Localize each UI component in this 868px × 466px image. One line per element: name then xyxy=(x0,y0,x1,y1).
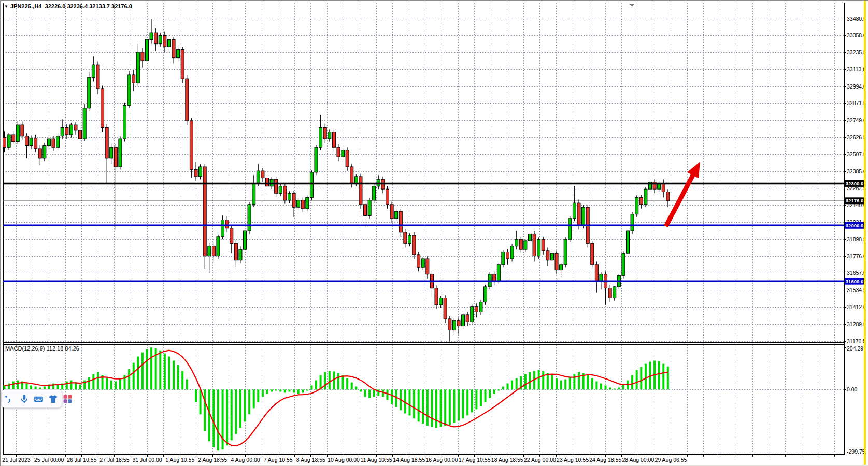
macd-bar xyxy=(195,390,197,402)
candle-body xyxy=(61,127,64,136)
macd-bar xyxy=(538,370,540,390)
macd-bar xyxy=(426,390,429,426)
macd-bar xyxy=(355,387,357,390)
macd-bar xyxy=(275,390,277,391)
candle-body xyxy=(417,255,420,267)
macd-bar xyxy=(609,388,611,390)
macd-bar xyxy=(137,357,139,390)
candle-body xyxy=(390,205,393,219)
candle-body xyxy=(328,132,331,139)
candle-body xyxy=(364,205,367,216)
macd-bar xyxy=(516,378,518,390)
macd-bar xyxy=(547,373,549,390)
chart-shift-marker[interactable] xyxy=(629,4,634,7)
candle-body xyxy=(56,136,60,148)
macd-bar xyxy=(449,390,451,425)
macd-bar xyxy=(239,390,241,428)
macd-bar xyxy=(560,381,562,390)
candle-body xyxy=(96,65,99,89)
candle-body xyxy=(248,205,251,231)
macd-bar xyxy=(141,353,144,390)
symbol-dropdown-icon[interactable]: ▼ xyxy=(4,4,8,9)
macd-bar xyxy=(502,387,504,390)
candle-body xyxy=(154,33,158,44)
macd-bar xyxy=(524,374,527,390)
time-tick-label: 7 Aug 10:55 xyxy=(264,457,293,463)
apps-grid-icon[interactable] xyxy=(63,394,73,404)
candle-body xyxy=(123,105,126,139)
candle-body xyxy=(639,197,643,204)
candle-body xyxy=(631,214,634,231)
macd-bar xyxy=(25,384,27,390)
candle-body xyxy=(622,253,625,275)
macd-bar xyxy=(391,390,393,404)
candle-body xyxy=(555,253,558,270)
macd-bar xyxy=(248,390,250,415)
candle-body xyxy=(613,287,616,298)
candle-body xyxy=(315,147,318,172)
macd-bar xyxy=(529,372,531,390)
candle-body xyxy=(252,183,255,204)
candle-body xyxy=(493,274,496,281)
candle-body xyxy=(234,243,237,260)
candle-body xyxy=(65,127,68,134)
candle-body xyxy=(47,139,50,145)
candle-body xyxy=(408,235,411,243)
candle-body xyxy=(7,135,10,147)
price-badge-text: 32000.0 xyxy=(846,223,863,228)
candle-body xyxy=(208,246,211,256)
macd-bar xyxy=(511,381,513,390)
time-tick-label: 21 Jul 2023 xyxy=(2,457,30,463)
macd-bar xyxy=(595,382,597,390)
candle-body xyxy=(546,251,549,260)
candle-body xyxy=(52,139,55,147)
candle-body xyxy=(145,40,148,61)
macd-bar xyxy=(440,390,442,427)
candle-body xyxy=(21,125,24,136)
macd-bar xyxy=(231,390,233,441)
macd-bar xyxy=(667,367,669,390)
macd-bar xyxy=(564,380,566,390)
pen-icon[interactable] xyxy=(5,394,15,404)
candle-body xyxy=(38,149,41,158)
time-tick-label: 24 Aug 18:55 xyxy=(589,457,621,463)
macd-bar xyxy=(618,388,620,390)
candle-body xyxy=(399,211,402,232)
macd-bar xyxy=(471,390,473,413)
candle-body xyxy=(573,203,576,219)
candle-body xyxy=(292,193,295,207)
macd-bar xyxy=(173,361,175,390)
arrow-shaft xyxy=(666,173,694,226)
tshirt-icon[interactable] xyxy=(48,394,58,404)
microphone-icon[interactable] xyxy=(19,394,29,404)
candle-body xyxy=(163,35,166,47)
candle-body xyxy=(515,239,518,246)
macd-bar xyxy=(257,390,259,402)
time-tick-label: 10 Aug 00:00 xyxy=(328,457,360,463)
macd-bar xyxy=(645,364,647,390)
macd-signal-line xyxy=(5,351,668,446)
macd-bar xyxy=(368,390,371,398)
candle-body xyxy=(591,243,594,264)
macd-bar xyxy=(542,371,544,390)
macd-bar xyxy=(605,386,607,390)
macd-bar xyxy=(253,390,255,409)
keyboard-icon[interactable] xyxy=(34,394,44,404)
macd-bar xyxy=(279,390,281,392)
macd-bar xyxy=(489,390,491,398)
macd-bar xyxy=(373,390,375,397)
candle-body xyxy=(297,200,300,207)
candle-body xyxy=(528,234,531,240)
candle-body xyxy=(212,246,215,256)
macd-bar xyxy=(266,390,268,394)
macd-bar xyxy=(70,381,72,390)
candle-body xyxy=(34,138,37,149)
candle-body xyxy=(666,192,670,201)
macd-bar xyxy=(302,390,304,393)
price-badge-text: 32300.0 xyxy=(846,181,863,186)
candle-body xyxy=(194,169,197,176)
macd-bar xyxy=(569,377,571,390)
chart-canvas[interactable]: 21 Jul 202325 Jul 00:0026 Jul 10:5527 Ju… xyxy=(1,1,868,466)
macd-indicator-label: MACD(12,26,9) 112.18 84.26 xyxy=(5,345,79,352)
macd-bar xyxy=(226,390,228,446)
